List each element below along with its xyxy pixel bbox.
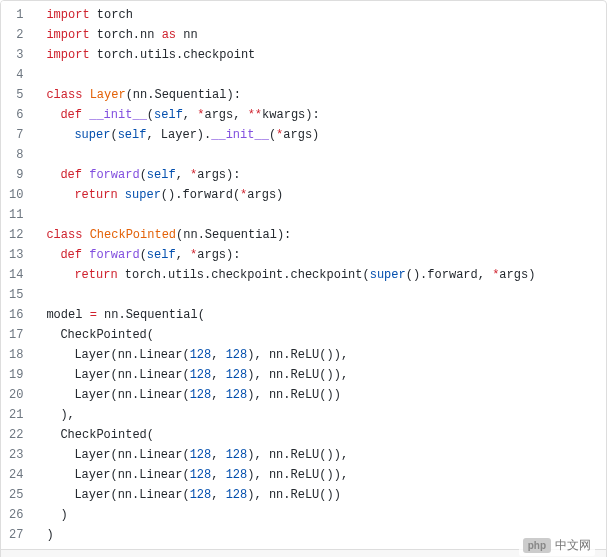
code-line: [46, 205, 596, 225]
token-pln: nn: [118, 388, 132, 402]
line-number[interactable]: 16: [5, 305, 27, 325]
line-number[interactable]: 14: [5, 265, 27, 285]
token-pln: nn: [269, 448, 283, 462]
token-pln: forward: [182, 188, 232, 202]
line-number[interactable]: 20: [5, 385, 27, 405]
token-pln: [82, 88, 89, 102]
token-pln: .: [283, 348, 290, 362]
line-number[interactable]: 27: [5, 525, 27, 545]
token-kw: def: [60, 108, 82, 122]
token-pln: ,: [211, 448, 225, 462]
line-number[interactable]: 8: [5, 145, 27, 165]
line-number[interactable]: 10: [5, 185, 27, 205]
token-pln: ): [60, 508, 67, 522]
token-pln: (: [182, 448, 189, 462]
token-pln: Layer: [74, 468, 110, 482]
logo-badge: php: [523, 538, 551, 553]
token-pln: ):: [226, 168, 240, 182]
line-number[interactable]: 17: [5, 325, 27, 345]
token-pln: ()),: [319, 368, 348, 382]
token-kw: return: [74, 268, 117, 282]
line-number[interactable]: 7: [5, 125, 27, 145]
token-pln: nn: [176, 28, 198, 42]
token-pln: nn: [269, 368, 283, 382]
token-pln: Linear: [139, 488, 182, 502]
token-pln: Layer: [74, 388, 110, 402]
line-number[interactable]: 15: [5, 285, 27, 305]
token-fn: forward: [89, 168, 139, 182]
code-line: ): [46, 525, 596, 545]
gist-container: 1234567891011121314151617181920212223242…: [0, 0, 607, 557]
line-number[interactable]: 22: [5, 425, 27, 445]
line-number[interactable]: 4: [5, 65, 27, 85]
token-pln: ()),: [319, 468, 348, 482]
line-number[interactable]: 23: [5, 445, 27, 465]
token-pln: nn: [118, 468, 132, 482]
token-pln: ): [528, 268, 535, 282]
line-number[interactable]: 25: [5, 485, 27, 505]
token-num: 128: [190, 348, 212, 362]
code-content: import torchimport torch.nn as nnimport …: [36, 1, 606, 549]
line-number[interactable]: 26: [5, 505, 27, 525]
token-pln: (: [110, 468, 117, 482]
token-pln: ): [312, 128, 319, 142]
token-pln: nn: [183, 228, 197, 242]
code-line: return torch.utils.checkpoint.checkpoint…: [46, 265, 596, 285]
token-pln: Linear: [139, 448, 182, 462]
token-cls: Layer: [90, 88, 126, 102]
token-num: 128: [190, 488, 212, 502]
token-pln: ),: [247, 348, 269, 362]
token-pln: ,: [478, 268, 492, 282]
token-pln: (: [182, 388, 189, 402]
token-pln: ),: [247, 468, 269, 482]
token-pln: ReLU: [291, 388, 320, 402]
code-line: def forward(self, *args):: [46, 165, 596, 185]
token-num: 128: [190, 388, 212, 402]
line-number[interactable]: 21: [5, 405, 27, 425]
token-pln: .: [198, 228, 205, 242]
token-pln: args: [247, 188, 276, 202]
line-number[interactable]: 6: [5, 105, 27, 125]
token-pln: .: [133, 28, 140, 42]
code-line: [46, 285, 596, 305]
token-pln: ,: [211, 368, 225, 382]
line-number[interactable]: 18: [5, 345, 27, 365]
code-line: def __init__(self, *args, **kwargs):: [46, 105, 596, 125]
token-pln: args: [204, 108, 233, 122]
token-pln: args: [283, 128, 312, 142]
line-number[interactable]: 13: [5, 245, 27, 265]
line-numbers-gutter: 1234567891011121314151617181920212223242…: [1, 1, 36, 549]
token-fn: forward: [89, 248, 139, 262]
gist-meta-bar: gradient_checkpointing.py hosted with ❤ …: [1, 549, 606, 557]
token-pln: model: [46, 308, 89, 322]
token-pln: CheckPointed: [60, 428, 146, 442]
token-pln: nn: [118, 488, 132, 502]
line-number[interactable]: 12: [5, 225, 27, 245]
token-pln: ReLU: [291, 468, 320, 482]
token-pln: ): [46, 528, 53, 542]
line-number[interactable]: 19: [5, 365, 27, 385]
token-pln: utils: [140, 48, 176, 62]
token-pln: Layer: [74, 488, 110, 502]
code-line: def forward(self, *args):: [46, 245, 596, 265]
line-number[interactable]: 24: [5, 465, 27, 485]
line-number[interactable]: 1: [5, 5, 27, 25]
token-pln: forward: [427, 268, 477, 282]
line-number[interactable]: 9: [5, 165, 27, 185]
token-pln: Layer: [74, 368, 110, 382]
token-pln: (: [140, 168, 147, 182]
token-builtin: super: [74, 128, 110, 142]
line-number[interactable]: 2: [5, 25, 27, 45]
token-pln: nn: [269, 488, 283, 502]
watermark-logo: php 中文网: [519, 535, 595, 556]
code-line: import torch: [46, 5, 596, 25]
code-line: [46, 145, 596, 165]
token-pln: ,: [176, 168, 190, 182]
line-number[interactable]: 3: [5, 45, 27, 65]
line-number[interactable]: 5: [5, 85, 27, 105]
token-pln: checkpoint: [183, 48, 255, 62]
code-line: Layer(nn.Linear(128, 128), nn.ReLU()),: [46, 465, 596, 485]
line-number[interactable]: 11: [5, 205, 27, 225]
token-pln: Linear: [139, 388, 182, 402]
token-pln: Sequential: [154, 88, 226, 102]
